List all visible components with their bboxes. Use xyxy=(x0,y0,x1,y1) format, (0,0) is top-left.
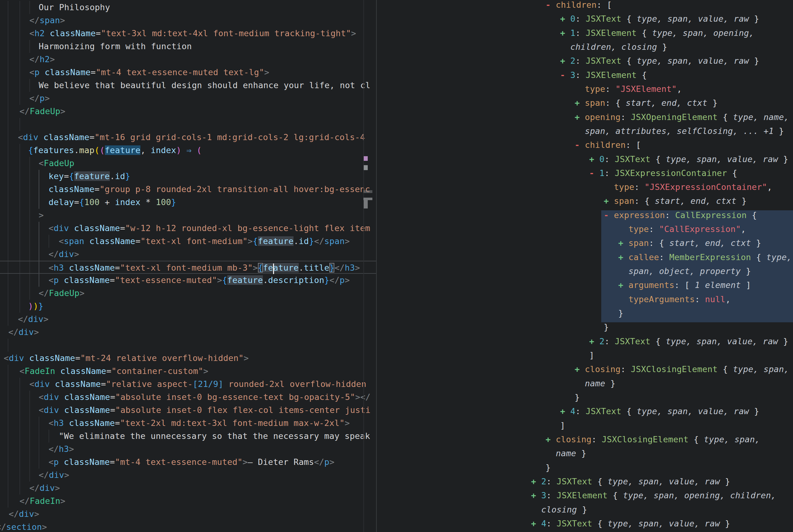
ast-node-row[interactable]: span, attributes, selfClosing, ... +1 } xyxy=(377,126,793,140)
expand-toggle-icon[interactable]: + xyxy=(589,337,595,346)
expand-toggle-icon[interactable]: + xyxy=(560,14,565,23)
expand-toggle-icon[interactable]: + xyxy=(575,112,580,122)
code-line[interactable]: </div> xyxy=(0,481,376,495)
code-line[interactable]: <div className="absolute inset-0 flex fl… xyxy=(0,404,376,417)
ast-node-row[interactable]: +3: JSXElement { type, span, opening, ch… xyxy=(377,491,793,505)
code-line[interactable]: className="group p-8 rounded-2xl transit… xyxy=(0,183,376,196)
expand-toggle-icon[interactable]: + xyxy=(560,28,565,38)
ast-node-row[interactable]: +callee: MemberExpression { type, xyxy=(377,252,793,266)
code-line[interactable]: Our Philosophy xyxy=(0,1,376,14)
ast-node-row[interactable]: span, object, property } xyxy=(377,266,793,280)
code-line[interactable]: </div> xyxy=(0,469,376,481)
expand-toggle-icon[interactable]: + xyxy=(589,154,595,164)
ast-node-row[interactable]: type: "JSXElement", xyxy=(377,84,793,98)
code-line[interactable]: <FadeIn className="container-custom"> xyxy=(0,365,376,378)
ast-node-row[interactable]: +4: JSXText { type, span, value, raw } xyxy=(377,519,793,532)
code-line[interactable]: </div> xyxy=(0,248,376,261)
code-line[interactable]: <div className="mt-24 relative overflow-… xyxy=(0,352,376,365)
code-line[interactable]: </span> xyxy=(0,14,376,27)
ast-node-row[interactable]: +2: JSXText { type, span, value, raw } xyxy=(377,337,793,350)
code-line[interactable]: <p className="mt-4 text-essence-muted te… xyxy=(0,66,376,79)
expand-toggle-icon[interactable]: + xyxy=(575,98,580,108)
code-line[interactable] xyxy=(0,339,376,352)
ast-node-row[interactable]: name } xyxy=(377,379,793,393)
code-line[interactable]: > xyxy=(0,209,376,222)
expand-toggle-icon[interactable]: + xyxy=(604,196,609,206)
code-editor[interactable]: Our Philosophy</span><h2 className="text… xyxy=(0,0,376,532)
ast-node-row[interactable]: -expression: CallExpression { xyxy=(377,210,793,224)
ast-node-row[interactable]: +2: JSXText { type, span, value, raw } xyxy=(377,56,793,70)
expand-toggle-icon[interactable]: + xyxy=(531,477,536,486)
code-line[interactable]: ))} xyxy=(0,300,376,313)
code-line[interactable]: <div className="absolute inset-0 bg-esse… xyxy=(0,391,376,404)
ast-node-row[interactable]: +closing: JSXClosingElement { type, span… xyxy=(377,435,793,449)
ast-tree-panel[interactable]: -children: [+0: JSXText { type, span, va… xyxy=(377,0,793,532)
ast-node-row[interactable]: +closing: JSXClosingElement { type, span… xyxy=(377,364,793,378)
code-line[interactable]: "We eliminate the unnecessary so that th… xyxy=(0,430,376,443)
collapse-toggle-icon[interactable]: - xyxy=(546,0,551,10)
code-line[interactable]: </h2> xyxy=(0,53,376,66)
code-line[interactable]: <div className="w-12 h-12 rounded-xl bg-… xyxy=(0,222,376,235)
ast-node-row[interactable]: closing } xyxy=(377,505,793,519)
code-line[interactable]: <div className="mt-16 grid grid-cols-1 m… xyxy=(0,131,376,144)
ast-node-row[interactable]: } xyxy=(377,463,793,477)
code-line[interactable]: </FadeUp> xyxy=(0,287,376,300)
ast-node-row[interactable]: +0: JSXText { type, span, value, raw } xyxy=(377,14,793,28)
ast-node-row[interactable]: } xyxy=(377,308,793,322)
ast-node-row[interactable]: children, closing } xyxy=(377,42,793,56)
collapse-toggle-icon[interactable]: - xyxy=(604,210,609,220)
code-line[interactable]: <p className="mt-4 text-essence-muted">—… xyxy=(0,456,376,469)
ast-node-row[interactable]: type: "JSXExpressionContainer", xyxy=(377,182,793,196)
code-line[interactable]: <h2 className="text-3xl md:text-4xl font… xyxy=(0,27,376,40)
code-line[interactable]: </p> xyxy=(0,92,376,105)
ast-node-row[interactable]: +span: { start, end, ctxt } xyxy=(377,238,793,252)
expand-toggle-icon[interactable]: + xyxy=(618,280,623,290)
code-line[interactable]: </div> xyxy=(0,313,376,326)
ast-node-row[interactable]: } xyxy=(377,322,793,336)
code-line[interactable]: Harmonizing form with function xyxy=(0,40,376,53)
expand-toggle-icon[interactable]: + xyxy=(575,364,580,374)
code-line[interactable]: We believe that beautiful design should … xyxy=(0,79,376,92)
ast-node-row[interactable]: +span: { start, end, ctxt } xyxy=(377,98,793,112)
ast-node-row[interactable]: -children: [ xyxy=(377,140,793,154)
ast-node-row[interactable]: -1: JSXExpressionContainer { xyxy=(377,168,793,182)
code-line[interactable]: <div className="relative aspect-[21/9] r… xyxy=(0,378,376,391)
ast-node-row[interactable]: +arguments: [ 1 element ] xyxy=(377,280,793,294)
ast-node-row[interactable]: ] xyxy=(377,421,793,435)
current-code-line[interactable]: <h3 className="text-xl font-medium mb-3"… xyxy=(0,261,376,274)
expand-toggle-icon[interactable]: + xyxy=(531,491,536,500)
ast-node-row[interactable]: } xyxy=(377,393,793,406)
ast-node-row[interactable]: typeArguments: null, xyxy=(377,294,793,308)
ast-node-row[interactable]: +1: JSXElement { type, span, opening, xyxy=(377,28,793,42)
ast-node-row[interactable]: name } xyxy=(377,449,793,462)
ast-node-row[interactable]: -children: [ xyxy=(377,0,793,14)
code-line[interactable]: </h3> xyxy=(0,443,376,456)
expand-toggle-icon[interactable]: + xyxy=(546,435,551,444)
code-line[interactable]: delay={100 + index * 100} xyxy=(0,196,376,209)
ast-node-row[interactable]: +span: { start, end, ctxt } xyxy=(377,196,793,210)
code-line[interactable]: </FadeUp> xyxy=(0,105,376,118)
expand-toggle-icon[interactable]: + xyxy=(560,56,565,65)
code-line[interactable]: </section> xyxy=(0,520,376,532)
code-line[interactable]: <span className="text-xl font-medium">{f… xyxy=(0,235,376,248)
code-line[interactable]: </FadeIn> xyxy=(0,495,376,508)
code-line[interactable]: <p className="text-essence-muted">{featu… xyxy=(0,274,376,287)
ast-node-row[interactable]: ] xyxy=(377,350,793,364)
ast-node-row[interactable]: +0: JSXText { type, span, value, raw } xyxy=(377,154,793,168)
ast-node-row[interactable]: +opening: JSXOpeningElement { type, name… xyxy=(377,112,793,126)
code-line[interactable]: {features.map((feature, index) ⇒ ( xyxy=(0,144,376,157)
expand-toggle-icon[interactable]: + xyxy=(618,252,623,262)
code-line[interactable]: key={feature.id} xyxy=(0,170,376,183)
collapse-toggle-icon[interactable]: - xyxy=(575,140,580,150)
collapse-toggle-icon[interactable]: - xyxy=(589,168,595,178)
code-line[interactable] xyxy=(0,118,376,131)
ast-node-row[interactable]: +2: JSXText { type, span, value, raw } xyxy=(377,477,793,491)
ast-node-row[interactable]: -3: JSXElement { xyxy=(377,70,793,84)
code-line[interactable]: <FadeUp xyxy=(0,157,376,170)
collapse-toggle-icon[interactable]: - xyxy=(560,70,565,80)
expand-toggle-icon[interactable]: + xyxy=(531,519,536,528)
ast-node-row[interactable]: +4: JSXText { type, span, value, raw } xyxy=(377,406,793,420)
ast-node-row[interactable]: type: "CallExpression", xyxy=(377,224,793,238)
expand-toggle-icon[interactable]: + xyxy=(618,238,623,248)
code-line[interactable]: </div> xyxy=(0,326,376,339)
